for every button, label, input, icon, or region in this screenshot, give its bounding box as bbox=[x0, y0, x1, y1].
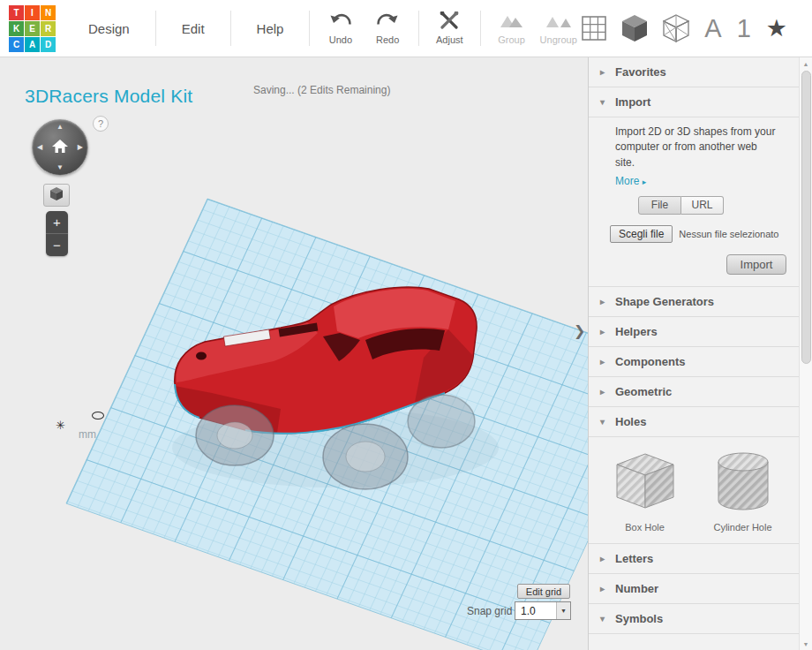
undo-button[interactable]: Undo bbox=[317, 11, 364, 45]
divider bbox=[309, 11, 310, 46]
undo-icon bbox=[329, 11, 352, 31]
shapes-sidebar: ▸ Favorites ▾ Import Import 2D or 3D sha… bbox=[588, 57, 799, 650]
chevron-right-icon: ▸ bbox=[600, 347, 605, 376]
help-badge[interactable]: ? bbox=[93, 116, 109, 132]
menu-help[interactable]: Help bbox=[238, 0, 303, 57]
group-label: Group bbox=[498, 34, 525, 45]
menu-edit[interactable]: Edit bbox=[163, 0, 223, 57]
more-link[interactable]: More ▸ bbox=[615, 175, 646, 187]
sidebar-section-holes[interactable]: ▾ Holes bbox=[589, 407, 799, 437]
shape-quick-bar: A 1 ★ bbox=[582, 14, 787, 42]
nav-down-icon: ▼ bbox=[56, 164, 64, 171]
adjust-button[interactable]: Adjust bbox=[426, 11, 473, 45]
ungroup-label: Ungroup bbox=[540, 34, 577, 45]
sidebar-section-geometric[interactable]: ▸ Geometric bbox=[589, 377, 799, 407]
ungroup-button[interactable]: Ungroup bbox=[535, 11, 582, 45]
number-shapes-icon[interactable]: 1 bbox=[737, 16, 751, 42]
snap-grid-select[interactable]: 1.0 ▼ bbox=[515, 601, 571, 620]
view-cube-button[interactable] bbox=[43, 184, 70, 207]
snap-grid-value: 1.0 bbox=[515, 605, 556, 617]
tinkercad-app: T I N K E R C A D Design Edit Help Undo bbox=[0, 0, 812, 650]
divider bbox=[155, 11, 156, 46]
section-label: Geometric bbox=[615, 385, 672, 398]
design-title[interactable]: 3DRacers Model Kit bbox=[25, 86, 192, 107]
sidebar-scrollbar[interactable]: ▲ ▼ bbox=[799, 57, 812, 650]
origin-marker-icon: ✳ bbox=[56, 419, 65, 432]
zoom-control: + − bbox=[46, 211, 68, 256]
section-label: Number bbox=[615, 582, 658, 595]
3d-viewport[interactable]: 3DRacers Model Kit Saving... (2 Edits Re… bbox=[0, 57, 588, 650]
chevron-down-icon: ▾ bbox=[600, 87, 605, 117]
chevron-right-icon: ▸ bbox=[600, 287, 605, 316]
redo-icon bbox=[376, 11, 399, 31]
logo-letter: R bbox=[41, 21, 56, 36]
section-label: Import bbox=[615, 95, 650, 109]
sidebar-section-number[interactable]: ▸ Number bbox=[589, 574, 799, 604]
letter-shapes-icon[interactable]: A bbox=[704, 16, 721, 42]
zoom-in-button[interactable]: + bbox=[46, 211, 68, 234]
group-icon bbox=[498, 11, 524, 31]
sidebar-section-components[interactable]: ▸ Components bbox=[589, 347, 799, 377]
star-icon[interactable]: ★ bbox=[766, 17, 787, 41]
car-model[interactable] bbox=[150, 252, 503, 508]
zoom-out-button[interactable]: − bbox=[46, 234, 68, 256]
cylinder-hole-icon bbox=[716, 499, 771, 514]
section-label: Helpers bbox=[615, 325, 658, 338]
select-arrow-icon: ▼ bbox=[556, 602, 570, 619]
import-button[interactable]: Import bbox=[726, 254, 786, 275]
scroll-down-icon[interactable]: ▼ bbox=[800, 638, 812, 650]
tinkercad-logo[interactable]: T I N K E R C A D bbox=[9, 5, 56, 52]
sidebar-section-shape-generators[interactable]: ▸ Shape Generators bbox=[589, 287, 799, 317]
import-panel: Import 2D or 3D shapes from your compute… bbox=[589, 117, 799, 287]
symbols-panel bbox=[589, 634, 799, 650]
ruler-ellipse-icon bbox=[92, 412, 104, 419]
holes-panel: Box Hole Cylinder Hole bbox=[589, 437, 799, 544]
file-picker-row: Scegli file Nessun file selezionato bbox=[610, 225, 799, 243]
nav-left-icon: ◀ bbox=[37, 144, 42, 151]
chevron-right-icon: ▸ bbox=[600, 544, 605, 573]
main-menu: Design Edit Help bbox=[70, 0, 302, 57]
import-source-tabs: File URL bbox=[638, 196, 799, 215]
adjust-label: Adjust bbox=[436, 34, 463, 45]
chevron-right-icon: ▸ bbox=[600, 377, 605, 406]
undo-label: Undo bbox=[329, 34, 352, 45]
nav-up-icon: ▲ bbox=[56, 124, 64, 131]
logo-letter: I bbox=[25, 5, 40, 20]
chevron-right-icon: ▸ bbox=[643, 178, 647, 186]
sidebar-section-letters[interactable]: ▸ Letters bbox=[589, 544, 799, 574]
chevron-down-icon: ▾ bbox=[600, 604, 605, 633]
sidebar-section-import[interactable]: ▾ Import bbox=[589, 87, 799, 117]
workplane-grid-icon[interactable] bbox=[582, 16, 606, 41]
logo-letter: E bbox=[25, 21, 40, 36]
scroll-up-icon[interactable]: ▲ bbox=[800, 57, 812, 70]
box-hole-label: Box Hole bbox=[603, 522, 688, 533]
choose-file-button[interactable]: Scegli file bbox=[610, 225, 673, 243]
section-label: Letters bbox=[615, 552, 653, 565]
tab-url[interactable]: URL bbox=[681, 196, 724, 215]
top-toolbar: T I N K E R C A D Design Edit Help Undo bbox=[0, 0, 812, 57]
logo-letter: K bbox=[9, 21, 24, 36]
redo-button[interactable]: Redo bbox=[365, 11, 411, 45]
divider bbox=[418, 11, 419, 46]
cylinder-hole-label: Cylinder Hole bbox=[701, 522, 786, 533]
box-hole-shape[interactable]: Box Hole bbox=[603, 451, 688, 533]
tab-file[interactable]: File bbox=[638, 196, 681, 215]
edit-grid-button[interactable]: Edit grid bbox=[517, 584, 570, 599]
group-button[interactable]: Group bbox=[488, 11, 535, 45]
menu-design[interactable]: Design bbox=[70, 0, 148, 57]
sidebar-collapse-handle[interactable]: ❯ bbox=[574, 316, 588, 344]
sidebar-section-favorites[interactable]: ▸ Favorites bbox=[589, 57, 799, 87]
chevron-right-icon: ▸ bbox=[600, 574, 605, 603]
logo-letter: T bbox=[9, 5, 24, 20]
sidebar-section-symbols[interactable]: ▾ Symbols bbox=[589, 604, 799, 634]
small-cube-icon bbox=[50, 187, 63, 204]
sidebar-section-helpers[interactable]: ▸ Helpers bbox=[589, 317, 799, 347]
scrollbar-thumb[interactable] bbox=[801, 71, 811, 364]
section-label: Favorites bbox=[615, 65, 666, 79]
cylinder-hole-shape[interactable]: Cylinder Hole bbox=[701, 451, 786, 533]
solid-cube-icon[interactable] bbox=[621, 14, 648, 42]
logo-letter: A bbox=[25, 37, 40, 52]
view-navigation-ball[interactable]: ▲ ▼ ◀ ▶ bbox=[32, 119, 88, 176]
hole-cube-icon[interactable] bbox=[663, 14, 689, 42]
logo-letter: N bbox=[41, 5, 56, 20]
